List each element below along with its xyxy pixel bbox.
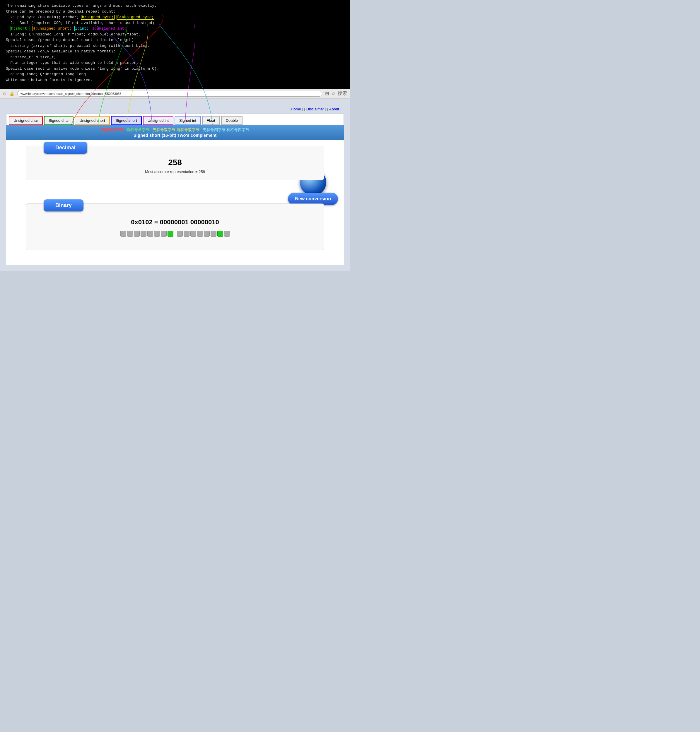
page-container: [ Home ] [ Disclaimer ] [ About ] Unsign… <box>0 98 350 271</box>
terminal-section: The remaining chars indicate types of ar… <box>0 0 350 89</box>
binary-header-button[interactable]: Binary <box>44 199 84 212</box>
highlight-h: h:short; <box>10 26 30 31</box>
body-content: New conversion Decimal 258 Most accurate… <box>6 146 344 250</box>
binary-card: Binary 0x0102 = 00000001 00000010 <box>26 203 325 250</box>
search-label: 搜索 <box>338 91 347 97</box>
bit-4 <box>147 231 153 237</box>
decimal-value: 258 <box>32 158 318 167</box>
bit-15 <box>224 231 230 237</box>
qr-icon[interactable]: ⊞ <box>325 91 329 96</box>
tab-unsigned-int[interactable]: Unsigned int <box>143 116 174 125</box>
bit-9 <box>184 231 190 237</box>
terminal-line-4: ?: Bool (requires C99; if not available,… <box>6 20 344 26</box>
tab-signed-char[interactable]: Signed char <box>44 116 74 125</box>
terminal-line-10: n:ssize_t; N:size_t; <box>6 54 344 60</box>
new-conversion-button[interactable]: New conversion <box>288 193 338 205</box>
terminal-line-6: l:long; L:unsigned long; f:float; d:doub… <box>6 32 344 37</box>
decimal-note: Most accurate representation = 258 <box>32 169 318 174</box>
bit-5 <box>154 231 160 237</box>
terminal-line-13: q:long long; Q:unsigned long long <box>6 71 344 77</box>
tabs-container: Unsigned char Signed char Unsigned short… <box>6 114 344 125</box>
tab-signed-int[interactable]: Signed int <box>175 116 201 125</box>
home-link[interactable]: Home <box>291 107 301 111</box>
bit-grid <box>26 231 324 243</box>
bit-11 <box>197 231 203 237</box>
bit-8 <box>177 231 183 237</box>
bit-13 <box>210 231 216 237</box>
about-link[interactable]: About <box>329 107 339 111</box>
tab-double[interactable]: Double <box>221 116 243 125</box>
url-bar[interactable]: www.binaryconvert.com/result_signed_shor… <box>17 91 322 97</box>
star-icon[interactable]: ☆ <box>331 91 335 96</box>
content-area: Unsigned char Signed char Unsigned short… <box>6 114 344 265</box>
bit-0 <box>121 231 126 237</box>
tab-unsigned-char[interactable]: Unsigned char <box>9 116 43 125</box>
decimal-card: Decimal 258 Most accurate representation… <box>26 146 325 180</box>
terminal-line-3: x: pad byte (no data); c:char; b:signed … <box>6 14 344 20</box>
browser-icons: ⊞ ☆ 搜索 <box>325 91 347 97</box>
highlight-H: H:unsigned short; <box>32 26 72 31</box>
terminal-line-9: Special cases (only available in native … <box>6 49 344 54</box>
bit-7 <box>168 231 174 237</box>
terminal-line-14: Whitespace between formats is ignored. <box>6 77 344 83</box>
section-banner: 无符号单字节 有符号单字节 无符号双字节 有符号双字节 无符号四字节 有符号四字… <box>6 125 344 140</box>
highlight-B: B:unsigned byte; <box>116 15 154 20</box>
tab-signed-short[interactable]: Signed short <box>111 116 142 125</box>
bit-6 <box>161 231 167 237</box>
terminal-line-7: Special cases (preceding decimal count i… <box>6 37 344 43</box>
banner-main-title: Signed short (16-bit) Two's complement <box>6 133 344 138</box>
byte-spacer <box>174 231 176 237</box>
nav-icon-left: ⊙ <box>3 91 6 96</box>
bit-10 <box>190 231 196 237</box>
terminal-line-12: Special case (not in native mode unless … <box>6 66 344 72</box>
terminal-line-5: h:short; H:unsigned short; i:int; I:unsi… <box>6 26 344 32</box>
header-links: [ Home ] [ Disclaimer ] [ About ] <box>6 104 344 114</box>
banner-scrolling-text: 无符号单字节 有符号单字节 无符号双字节 有符号双字节 无符号四字节 有符号四字… <box>6 127 344 133</box>
highlight-i: i:int; <box>74 26 89 31</box>
bit-3 <box>141 231 146 237</box>
disclaimer-link[interactable]: Disclaimer <box>306 107 324 111</box>
terminal-line-2: these can be preceded by a decimal repea… <box>6 9 344 15</box>
bit-1 <box>127 231 133 237</box>
bit-12 <box>204 231 210 237</box>
terminal-line-8: s:string (array of char); p: pascal stri… <box>6 43 344 49</box>
terminal-line-11: P:an integer type that is wide enough to… <box>6 60 344 66</box>
bit-14 <box>217 231 223 237</box>
decimal-header-button[interactable]: Decimal <box>44 142 87 154</box>
bit-2 <box>134 231 140 237</box>
shield-icon: 🔒 <box>9 91 14 96</box>
tab-float[interactable]: Float <box>202 116 220 125</box>
tab-unsigned-short[interactable]: Unsigned short <box>75 116 110 125</box>
highlight-I: I:unsigned int; <box>92 26 127 31</box>
browser-bar: ⊙ 🔒 www.binaryconvert.com/result_signed_… <box>0 89 350 98</box>
highlight-b: b:signed byte; <box>81 15 114 20</box>
terminal-line-1: The remaining chars indicate types of ar… <box>6 3 344 9</box>
